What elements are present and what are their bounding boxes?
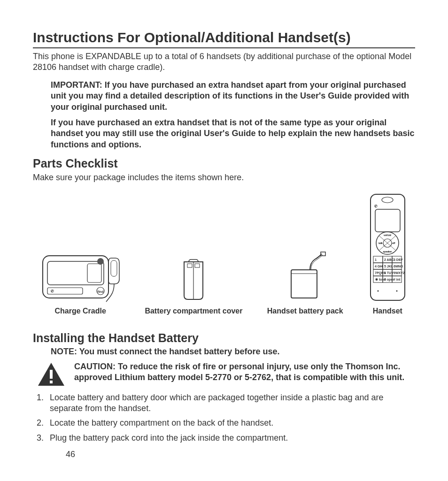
part-label-cradle: Charge Cradle — [54, 306, 106, 316]
parts-checklist-heading: Parts Checklist — [33, 156, 415, 171]
parts-row: find ✆ Charge Cradle Battery compartment… — [33, 192, 415, 316]
parts-checklist-sub: Make sure your package includes the item… — [33, 172, 415, 183]
svg-text:4 GHI: 4 GHI — [375, 265, 383, 268]
svg-rect-1 — [47, 261, 104, 285]
svg-text:✆: ✆ — [374, 204, 378, 208]
install-note: NOTE: You must connect the handset batte… — [51, 346, 415, 357]
svg-text:2 ABC: 2 ABC — [384, 258, 394, 261]
warning-icon — [37, 361, 66, 388]
svg-point-51 — [377, 290, 378, 292]
svg-text:✆: ✆ — [51, 289, 54, 293]
svg-rect-8 — [111, 260, 117, 276]
svg-text:off: off — [392, 242, 395, 244]
install-steps: Locate battery and battery door which ar… — [33, 392, 415, 444]
part-label-pack: Handset battery pack — [267, 306, 343, 316]
caution-text: CAUTION: To reduce the risk of fire or p… — [74, 361, 415, 383]
svg-rect-18 — [375, 209, 400, 232]
install-heading: Installing the Handset Battery — [33, 330, 415, 346]
svg-text:# int: # int — [394, 278, 401, 281]
charge-cradle-icon: find ✆ — [40, 251, 120, 303]
step-2: Locate the battery compartment on the ba… — [46, 418, 415, 428]
svg-text:find: find — [98, 290, 104, 293]
svg-rect-2 — [87, 264, 101, 282]
part-battery-cover: Battery compartment cover — [145, 258, 242, 316]
svg-rect-11 — [195, 264, 200, 267]
part-charge-cradle: find ✆ Charge Cradle — [40, 251, 120, 316]
svg-text:speaker: speaker — [383, 250, 392, 253]
svg-rect-53 — [50, 370, 53, 379]
svg-text:3 DEF: 3 DEF — [394, 258, 403, 261]
page-title: Instructions For Optional/Additional Han… — [33, 28, 415, 48]
battery-pack-icon — [282, 251, 329, 303]
svg-rect-10 — [187, 264, 192, 267]
svg-point-16 — [382, 197, 393, 203]
part-handset: ✆ vol/cid speaker talk off 1 2 ABC 3 DEF… — [368, 192, 408, 316]
svg-text:1: 1 — [375, 258, 377, 261]
important-block: IMPORTANT: If you have purchased an extr… — [51, 80, 415, 150]
svg-rect-12 — [291, 270, 317, 298]
step-3: Plug the battery pack cord into the jack… — [46, 433, 415, 443]
caution-row: CAUTION: To reduce the risk of fire or p… — [33, 361, 415, 388]
step-1: Locate battery and battery door which ar… — [46, 392, 415, 414]
svg-text:0 oper: 0 oper — [384, 278, 394, 282]
important-paragraph-2: If you have purchased an extra handset t… — [51, 117, 415, 150]
part-label-cover: Battery compartment cover — [145, 306, 242, 316]
intro-text: This phone is EXPANDABLE up to a total o… — [33, 51, 415, 73]
svg-text:6MNO: 6MNO — [394, 265, 403, 268]
part-battery-pack: Handset battery pack — [267, 251, 343, 316]
svg-text:9WXYZ: 9WXYZ — [394, 271, 405, 275]
page-number: 46 — [66, 449, 75, 460]
important-paragraph-1: IMPORTANT: If you have purchased an extr… — [51, 80, 415, 113]
battery-cover-icon — [177, 258, 210, 303]
svg-point-3 — [97, 258, 104, 265]
svg-point-52 — [396, 290, 397, 292]
svg-text:vol/cid: vol/cid — [384, 234, 391, 237]
svg-rect-54 — [50, 381, 53, 383]
part-label-handset: Handset — [373, 306, 402, 316]
svg-text:talk: talk — [378, 242, 383, 244]
handset-icon: ✆ vol/cid speaker talk off 1 2 ABC 3 DEF… — [368, 192, 408, 303]
